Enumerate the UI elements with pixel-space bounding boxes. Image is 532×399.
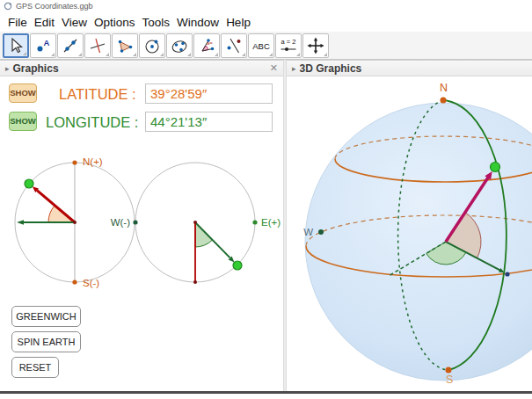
west-arrowhead xyxy=(17,220,24,225)
west-label: W(-) xyxy=(111,217,131,228)
globe-drawing: N S W xyxy=(287,76,532,390)
svg-text:A: A xyxy=(44,37,50,47)
east-label: E(+) xyxy=(261,217,281,228)
graphics-3d-panel-header[interactable]: ▸ 3D Graphics xyxy=(287,60,532,76)
point-tool-button[interactable]: A xyxy=(30,33,56,58)
west-label-3d: W xyxy=(303,227,313,237)
graphics-3d-panel-title: 3D Graphics xyxy=(300,62,362,75)
dropdown-corner-icon xyxy=(324,53,327,56)
panel-collapse-icon[interactable]: ▸ xyxy=(292,64,296,73)
angle-icon: a= xyxy=(198,37,215,54)
north-label: N(+) xyxy=(83,156,103,167)
circle-center-point xyxy=(73,221,77,224)
menu-view[interactable]: View xyxy=(58,14,91,31)
dropdown-corner-icon xyxy=(133,53,136,56)
circle-tool-button[interactable] xyxy=(139,33,165,58)
dropdown-corner-icon xyxy=(78,53,82,56)
text-tool-icon: ABC xyxy=(251,37,272,54)
toolbar: A xyxy=(0,32,532,60)
slider-tool-button[interactable]: a = 2 xyxy=(275,33,302,58)
dropdown-corner-icon xyxy=(106,53,109,56)
west-equator-point[interactable] xyxy=(318,229,324,235)
geogebra-logo-icon xyxy=(4,2,12,11)
east-point[interactable] xyxy=(252,220,257,224)
app-window: GPS Coordinates.ggb File Edit View Optio… xyxy=(0,0,532,399)
polygon-tool-button[interactable] xyxy=(112,33,138,58)
reflect-tool-button[interactable] xyxy=(221,33,247,58)
earth-sphere[interactable] xyxy=(305,103,532,381)
move-view-tool-button[interactable] xyxy=(302,33,329,58)
title-bar: GPS Coordinates.ggb xyxy=(0,0,532,12)
north-pole-point[interactable] xyxy=(441,98,447,104)
line-icon xyxy=(62,37,79,54)
graphics-3d-view[interactable]: N S W xyxy=(287,76,532,390)
move-view-icon xyxy=(307,37,324,54)
latitude-drag-point[interactable] xyxy=(25,179,33,188)
perpendicular-line-icon xyxy=(89,37,106,54)
slider-tool-label: a = 2 xyxy=(281,38,296,46)
menu-bar: File Edit View Options Tools Window Help xyxy=(0,12,532,32)
equator-foot-point[interactable] xyxy=(505,272,509,276)
dropdown-corner-icon xyxy=(51,53,55,56)
main-area: ▸ Graphics ✕ SHOW LATITUDE : SHOW LONGIT… xyxy=(0,60,532,391)
graphics-panel-header[interactable]: ▸ Graphics ✕ xyxy=(0,60,283,76)
menu-edit[interactable]: Edit xyxy=(31,14,58,31)
move-tool-button[interactable] xyxy=(3,33,29,58)
close-panel-icon[interactable]: ✕ xyxy=(270,63,278,73)
polygon-icon xyxy=(116,37,134,54)
dropdown-corner-icon xyxy=(269,53,273,56)
circle-center-point xyxy=(193,221,197,224)
longitude-circle-figure: W(-) E(+) xyxy=(111,163,281,284)
south-reference-point xyxy=(193,280,197,284)
menu-file[interactable]: File xyxy=(4,14,31,31)
dropdown-corner-icon xyxy=(242,53,245,56)
south-pole-label: S xyxy=(446,374,453,386)
gps-location-point[interactable] xyxy=(491,163,500,172)
ellipse-tool-button[interactable] xyxy=(166,33,193,58)
south-point[interactable] xyxy=(72,279,77,284)
north-pole-label: N xyxy=(440,82,448,94)
graphics-view[interactable]: SHOW LATITUDE : SHOW LONGITUDE : xyxy=(0,76,283,390)
cursor-arrow-icon xyxy=(7,37,25,54)
line-tool-button[interactable] xyxy=(57,33,84,58)
graphics-panel: ▸ Graphics ✕ SHOW LATITUDE : SHOW LONGIT… xyxy=(0,60,283,391)
perpendicular-line-tool-button[interactable] xyxy=(84,33,111,58)
dropdown-corner-icon xyxy=(187,53,191,56)
panel-collapse-icon[interactable]: ▸ xyxy=(5,64,10,73)
graphics-panel-title: Graphics xyxy=(13,62,59,75)
dropdown-corner-icon xyxy=(296,53,300,56)
text-tool-button[interactable]: ABC xyxy=(248,33,274,58)
south-pole-point[interactable] xyxy=(446,367,452,374)
graphics-3d-panel: ▸ 3D Graphics xyxy=(287,60,532,391)
longitude-drag-point[interactable] xyxy=(233,261,242,270)
dropdown-corner-icon xyxy=(160,53,164,56)
north-point[interactable] xyxy=(72,160,77,164)
point-icon: A xyxy=(34,37,52,54)
window-bottom-edge xyxy=(0,391,532,394)
menu-window[interactable]: Window xyxy=(173,14,222,31)
ellipse-icon xyxy=(171,37,188,54)
reflect-object-icon xyxy=(225,37,243,54)
circle-center-point-icon xyxy=(143,37,161,54)
slider-icon: a = 2 xyxy=(279,37,298,54)
menu-tools[interactable]: Tools xyxy=(139,14,174,31)
dropdown-corner-icon xyxy=(23,52,26,55)
south-label: S(-) xyxy=(83,278,99,288)
window-title: GPS Coordinates.ggb xyxy=(16,2,93,11)
reset-button[interactable]: RESET xyxy=(11,357,59,378)
menu-options[interactable]: Options xyxy=(91,14,139,31)
text-tool-label: ABC xyxy=(252,41,270,51)
dropdown-corner-icon xyxy=(215,53,218,56)
west-point[interactable] xyxy=(133,220,137,224)
angle-tool-button[interactable]: a= xyxy=(193,33,220,58)
spin-earth-button[interactable]: SPIN EARTH xyxy=(11,331,81,352)
menu-help[interactable]: Help xyxy=(222,14,254,31)
greenwich-button[interactable]: GREENWICH xyxy=(11,306,81,327)
